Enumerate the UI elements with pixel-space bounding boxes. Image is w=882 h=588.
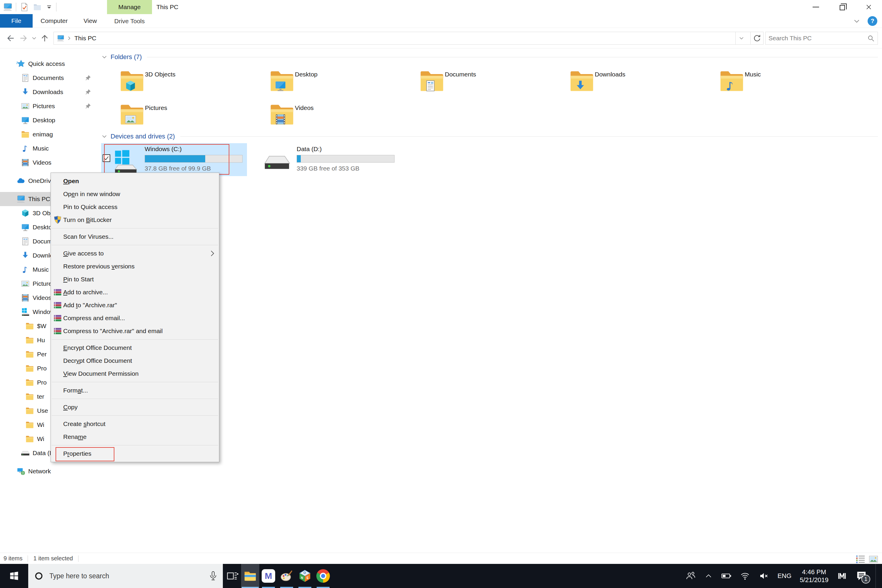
menu-item-format[interactable]: Format... [51, 384, 219, 397]
menu-item-add-to-archive[interactable]: Add to archive... [51, 286, 219, 299]
taskbar-app-one-cube[interactable]: ONE [296, 564, 314, 588]
taskbar-search-input[interactable] [50, 572, 223, 580]
search-box[interactable] [765, 32, 878, 45]
menu-item-turn-on-bitlocker[interactable]: Turn on BitLocker [51, 213, 219, 226]
drive-tile-data-d[interactable]: Data (D:)339 GB free of 353 GB [253, 143, 399, 176]
menu-item-give-access-to[interactable]: Give access to [51, 247, 219, 260]
menu-item-encrypt-office-document[interactable]: Encrypt Office Document [51, 341, 219, 354]
tab-computer[interactable]: Computer [33, 14, 75, 28]
folder-tile-3d-objects[interactable]: 3D Objects [101, 66, 247, 97]
m-tray-icon[interactable] [837, 571, 847, 581]
drive-tile-windows-c[interactable]: Windows (C:)37.8 GB free of 99.9 GB [101, 143, 247, 176]
folder-tile-downloads[interactable]: Downloads [551, 66, 697, 97]
sidebar-item-quick-access[interactable]: Quick access [0, 57, 97, 71]
menu-item-open[interactable]: Open [51, 175, 219, 188]
manage-contextual-group[interactable]: Manage [107, 0, 152, 14]
search-input[interactable] [768, 35, 867, 42]
windows-drive-icon [112, 148, 138, 174]
details-view-icon[interactable] [855, 554, 866, 563]
action-center-icon[interactable]: 1 [855, 570, 867, 582]
menu-item-compress-to-archive-rar-and-email[interactable]: Compress to "Archive.rar" and email [51, 325, 219, 338]
tab-drive-tools[interactable]: Drive Tools [110, 14, 149, 28]
drive-checkbox[interactable] [103, 154, 110, 162]
svg-text:N: N [301, 576, 303, 579]
sidebar-item-music[interactable]: Music [0, 141, 97, 156]
wifi-icon[interactable] [740, 571, 750, 581]
ribbon-tabs: ComputerView [33, 14, 105, 28]
language-indicator[interactable]: ENG [777, 572, 792, 580]
recent-locations-icon[interactable] [31, 35, 37, 41]
menu-item-label: Add to archive... [63, 289, 108, 296]
collapse-group-icon[interactable] [101, 133, 108, 140]
menu-item-open-in-new-window[interactable]: Open in new window [51, 188, 219, 201]
battery-icon[interactable] [721, 571, 732, 581]
menu-item-scan-for-viruses[interactable]: Scan for Viruses... [51, 230, 219, 243]
people-icon[interactable] [686, 571, 696, 581]
clock[interactable]: 4:46 PM 5/21/2019 [800, 568, 828, 584]
menu-item-properties[interactable]: Properties [51, 447, 219, 460]
menu-item-pin-to-quick-access[interactable]: Pin to Quick access [51, 201, 219, 213]
collapse-group-icon[interactable] [101, 54, 108, 60]
sidebar-item-documents[interactable]: Documents [0, 71, 97, 85]
up-icon[interactable] [40, 33, 50, 43]
sidebar-item-videos[interactable]: Videos [0, 156, 97, 170]
sidebar-item-enimag[interactable]: enimag [0, 127, 97, 141]
show-desktop-button[interactable] [876, 564, 877, 588]
menu-item-copy[interactable]: Copy [51, 401, 219, 414]
close-button[interactable] [855, 0, 882, 14]
qat-dropdown-icon[interactable] [46, 3, 52, 10]
menu-item-rename[interactable]: Rename [51, 430, 219, 443]
tab-file[interactable]: File [0, 14, 33, 28]
properties-check-icon[interactable] [20, 2, 29, 12]
menu-item-decrypt-office-document[interactable]: Decrypt Office Document [51, 354, 219, 367]
drives-group-header[interactable]: Devices and drives (2) [101, 131, 878, 141]
folder-tile-pictures[interactable]: Pictures [101, 100, 247, 130]
folder-tile-videos[interactable]: Videos [251, 100, 397, 130]
menu-item-label: Compress to "Archive.rar" and email [63, 327, 163, 334]
start-button[interactable] [0, 564, 28, 588]
breadcrumb[interactable]: This PC [54, 32, 751, 45]
menu-item-create-shortcut[interactable]: Create shortcut [51, 417, 219, 430]
back-icon[interactable] [6, 33, 15, 43]
folder-tile-desktop[interactable]: Desktop [251, 66, 397, 97]
taskbar-app-taskview[interactable] [223, 564, 241, 588]
sidebar-item-desktop[interactable]: Desktop [0, 113, 97, 127]
picture-icon [124, 113, 137, 126]
refresh-button[interactable] [751, 32, 764, 45]
help-icon[interactable]: ? [868, 16, 877, 26]
taskbar-app-m-app[interactable]: M [259, 564, 278, 588]
tab-view[interactable]: View [75, 14, 105, 28]
search-icon[interactable] [867, 34, 874, 42]
menu-item-add-to-archive-rar[interactable]: Add to "Archive.rar" [51, 299, 219, 312]
sidebar-item-label: Pro [37, 365, 47, 372]
sidebar-item-downloads[interactable]: Downloads [0, 85, 97, 99]
forward-icon[interactable] [19, 33, 28, 43]
breadcrumb-location[interactable]: This PC [74, 35, 96, 42]
menu-item-compress-and-email[interactable]: Compress and email... [51, 312, 219, 325]
folder-tile-music[interactable]: Music [701, 66, 847, 97]
new-folder-icon[interactable] [33, 2, 42, 12]
menu-item-view-document-permission[interactable]: View Document Permission [51, 367, 219, 380]
folder-tile-documents[interactable]: Documents [401, 66, 547, 97]
sidebar-item-pictures[interactable]: Pictures [0, 99, 97, 113]
microphone-icon[interactable] [208, 570, 219, 582]
address-dropdown-icon[interactable] [736, 32, 747, 44]
taskbar-search[interactable] [28, 564, 223, 588]
menu-item-restore-previous-versions[interactable]: Restore previous versions [51, 260, 219, 273]
menu-item-label: Open in new window [63, 190, 120, 198]
tray-chevron-icon[interactable] [704, 572, 712, 580]
volume-muted-icon[interactable] [759, 571, 769, 581]
collapse-ribbon-icon[interactable] [853, 17, 861, 25]
restore-button[interactable] [829, 0, 855, 14]
thumbnail-view-icon[interactable] [868, 554, 879, 563]
menu-separator [52, 339, 218, 340]
taskbar-app-paint[interactable] [278, 564, 296, 588]
minimize-button[interactable] [802, 0, 829, 14]
menu-item-pin-to-start[interactable]: Pin to Start [51, 273, 219, 286]
chrome-icon [316, 569, 330, 583]
sidebar-item-network[interactable]: Network [0, 464, 97, 478]
folders-group-header[interactable]: Folders (7) [101, 52, 878, 62]
folder-name: 3D Objects [145, 71, 176, 78]
taskbar-app-explorer[interactable] [241, 564, 259, 588]
taskbar-app-chrome[interactable] [314, 564, 332, 588]
